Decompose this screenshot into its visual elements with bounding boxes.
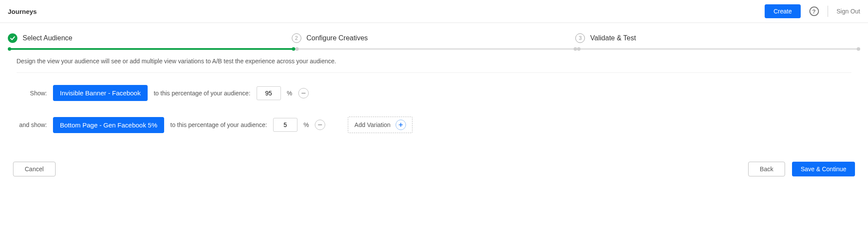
divider <box>17 72 851 73</box>
create-button[interactable]: Create <box>765 4 800 18</box>
step-label: Select Audience <box>23 34 73 42</box>
row-prefix: and show: <box>17 121 47 128</box>
intro-text: Design the view your audience will see o… <box>17 58 851 65</box>
step-validate-test[interactable]: 3 Validate & Test <box>575 33 636 43</box>
remove-button[interactable] <box>298 88 309 98</box>
cancel-button[interactable]: Cancel <box>13 162 56 176</box>
add-variation-label: Add Variation <box>354 121 390 128</box>
step-number-icon: 2 <box>292 33 301 43</box>
divider <box>828 6 828 17</box>
row-prefix: Show: <box>17 90 47 97</box>
row-mid: to this percentage of your audience: <box>154 90 251 97</box>
save-continue-button[interactable]: Save & Continue <box>792 162 855 176</box>
step-number-icon: 3 <box>575 33 585 43</box>
percentage-input[interactable] <box>273 118 297 132</box>
progress-track <box>8 48 860 50</box>
percentage-input[interactable] <box>257 86 281 100</box>
top-bar: Journeys Create ? Sign Out <box>0 0 868 23</box>
minus-icon <box>301 91 306 96</box>
percent-label: % <box>304 121 309 128</box>
plus-icon <box>396 120 406 130</box>
minus-icon <box>317 122 323 127</box>
row-mid: to this percentage of your audience: <box>170 121 267 128</box>
creative-select-button[interactable]: Invisible Banner - Facebook <box>53 85 148 101</box>
back-button[interactable]: Back <box>748 162 785 176</box>
step-select-audience[interactable]: Select Audience <box>8 33 73 43</box>
help-icon[interactable]: ? <box>809 7 819 16</box>
step-label: Validate & Test <box>590 34 636 42</box>
percent-label: % <box>287 90 292 97</box>
check-icon <box>8 33 17 43</box>
add-variation-button[interactable]: Add Variation <box>348 117 413 133</box>
remove-button[interactable] <box>315 120 325 130</box>
creative-select-button[interactable]: Bottom Page - Gen Facebook 5% <box>53 117 164 133</box>
step-label: Configure Creatives <box>307 34 368 42</box>
stepper: Select Audience 2 Configure Creatives 3 … <box>0 23 868 50</box>
step-configure-creatives[interactable]: 2 Configure Creatives <box>292 33 368 43</box>
variation-row-1: Show: Invisible Banner - Facebook to thi… <box>17 85 851 101</box>
variation-row-2: and show: Bottom Page - Gen Facebook 5% … <box>17 117 851 133</box>
page-title: Journeys <box>8 8 37 15</box>
sign-out-link[interactable]: Sign Out <box>837 8 860 15</box>
footer-actions: Cancel Back Save & Continue <box>0 156 868 184</box>
